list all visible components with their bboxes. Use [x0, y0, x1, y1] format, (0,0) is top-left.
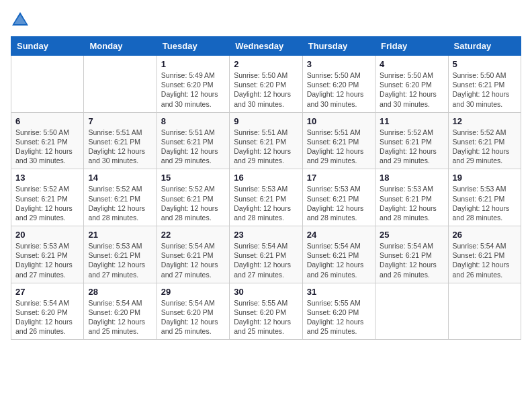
day-number: 6 — [15, 116, 79, 126]
calendar-cell — [375, 283, 448, 340]
calendar-cell — [448, 283, 521, 340]
calendar-cell: 3Sunrise: 5:50 AM Sunset: 6:20 PM Daylig… — [302, 56, 375, 113]
day-info: Sunrise: 5:53 AM Sunset: 6:21 PM Dayligh… — [88, 241, 152, 279]
calendar-cell: 17Sunrise: 5:53 AM Sunset: 6:21 PM Dayli… — [302, 169, 375, 226]
calendar-cell: 7Sunrise: 5:51 AM Sunset: 6:21 PM Daylig… — [84, 112, 157, 169]
day-number: 30 — [234, 287, 298, 297]
calendar-cell: 8Sunrise: 5:51 AM Sunset: 6:21 PM Daylig… — [157, 112, 229, 169]
day-info: Sunrise: 5:52 AM Sunset: 6:21 PM Dayligh… — [453, 128, 517, 166]
day-number: 22 — [161, 230, 225, 240]
day-info: Sunrise: 5:54 AM Sunset: 6:20 PM Dayligh… — [161, 298, 225, 336]
calendar-cell: 21Sunrise: 5:53 AM Sunset: 6:21 PM Dayli… — [84, 226, 157, 283]
day-info: Sunrise: 5:53 AM Sunset: 6:21 PM Dayligh… — [307, 184, 371, 222]
day-info: Sunrise: 5:53 AM Sunset: 6:21 PM Dayligh… — [380, 184, 443, 222]
day-number: 17 — [307, 173, 371, 183]
column-header-monday: Monday — [84, 37, 157, 56]
day-info: Sunrise: 5:52 AM Sunset: 6:21 PM Dayligh… — [15, 184, 79, 222]
day-info: Sunrise: 5:54 AM Sunset: 6:21 PM Dayligh… — [380, 241, 443, 279]
week-row-3: 13Sunrise: 5:52 AM Sunset: 6:21 PM Dayli… — [11, 169, 521, 226]
day-number: 1 — [161, 59, 225, 69]
column-header-sunday: Sunday — [11, 37, 84, 56]
calendar-cell — [84, 56, 157, 113]
column-header-tuesday: Tuesday — [157, 37, 229, 56]
week-row-2: 6Sunrise: 5:50 AM Sunset: 6:21 PM Daylig… — [11, 112, 521, 169]
day-number: 13 — [15, 173, 79, 183]
day-number: 19 — [453, 173, 517, 183]
day-info: Sunrise: 5:50 AM Sunset: 6:20 PM Dayligh… — [307, 71, 371, 109]
day-info: Sunrise: 5:54 AM Sunset: 6:21 PM Dayligh… — [234, 241, 298, 279]
day-info: Sunrise: 5:54 AM Sunset: 6:21 PM Dayligh… — [307, 241, 371, 279]
day-number: 28 — [88, 287, 152, 297]
day-number: 11 — [380, 116, 443, 126]
calendar-cell: 24Sunrise: 5:54 AM Sunset: 6:21 PM Dayli… — [302, 226, 375, 283]
day-number: 5 — [453, 59, 517, 69]
calendar-cell: 15Sunrise: 5:52 AM Sunset: 6:21 PM Dayli… — [157, 169, 229, 226]
column-header-wednesday: Wednesday — [230, 37, 302, 56]
day-info: Sunrise: 5:49 AM Sunset: 6:20 PM Dayligh… — [161, 71, 225, 109]
calendar-cell: 13Sunrise: 5:52 AM Sunset: 6:21 PM Dayli… — [11, 169, 84, 226]
calendar-cell: 6Sunrise: 5:50 AM Sunset: 6:21 PM Daylig… — [11, 112, 84, 169]
calendar-cell: 16Sunrise: 5:53 AM Sunset: 6:21 PM Dayli… — [230, 169, 302, 226]
week-row-4: 20Sunrise: 5:53 AM Sunset: 6:21 PM Dayli… — [11, 226, 521, 283]
calendar-cell: 26Sunrise: 5:54 AM Sunset: 6:21 PM Dayli… — [448, 226, 521, 283]
day-info: Sunrise: 5:52 AM Sunset: 6:21 PM Dayligh… — [88, 184, 152, 222]
calendar-cell: 14Sunrise: 5:52 AM Sunset: 6:21 PM Dayli… — [84, 169, 157, 226]
column-header-thursday: Thursday — [302, 37, 375, 56]
day-info: Sunrise: 5:54 AM Sunset: 6:21 PM Dayligh… — [453, 241, 517, 279]
day-info: Sunrise: 5:51 AM Sunset: 6:21 PM Dayligh… — [161, 128, 225, 166]
day-info: Sunrise: 5:50 AM Sunset: 6:20 PM Dayligh… — [380, 71, 443, 109]
logo — [11, 11, 32, 30]
day-number: 23 — [234, 230, 298, 240]
calendar-cell: 2Sunrise: 5:50 AM Sunset: 6:20 PM Daylig… — [230, 56, 302, 113]
day-info: Sunrise: 5:53 AM Sunset: 6:21 PM Dayligh… — [453, 184, 517, 222]
calendar-cell: 11Sunrise: 5:52 AM Sunset: 6:21 PM Dayli… — [375, 112, 448, 169]
week-row-5: 27Sunrise: 5:54 AM Sunset: 6:20 PM Dayli… — [11, 283, 521, 340]
calendar-cell: 31Sunrise: 5:55 AM Sunset: 6:20 PM Dayli… — [302, 283, 375, 340]
calendar-header-row: SundayMondayTuesdayWednesdayThursdayFrid… — [11, 37, 521, 56]
calendar-cell: 1Sunrise: 5:49 AM Sunset: 6:20 PM Daylig… — [157, 56, 229, 113]
day-number: 2 — [234, 59, 298, 69]
calendar-cell: 25Sunrise: 5:54 AM Sunset: 6:21 PM Dayli… — [375, 226, 448, 283]
calendar-cell: 28Sunrise: 5:54 AM Sunset: 6:20 PM Dayli… — [84, 283, 157, 340]
calendar-cell: 22Sunrise: 5:54 AM Sunset: 6:21 PM Dayli… — [157, 226, 229, 283]
day-number: 26 — [453, 230, 517, 240]
day-info: Sunrise: 5:51 AM Sunset: 6:21 PM Dayligh… — [88, 128, 152, 166]
calendar-cell: 19Sunrise: 5:53 AM Sunset: 6:21 PM Dayli… — [448, 169, 521, 226]
day-number: 18 — [380, 173, 443, 183]
day-number: 25 — [380, 230, 443, 240]
day-number: 20 — [15, 230, 79, 240]
day-info: Sunrise: 5:55 AM Sunset: 6:20 PM Dayligh… — [307, 298, 371, 336]
day-info: Sunrise: 5:54 AM Sunset: 6:20 PM Dayligh… — [15, 298, 79, 336]
day-number: 27 — [15, 287, 79, 297]
column-header-saturday: Saturday — [448, 37, 521, 56]
calendar-cell: 18Sunrise: 5:53 AM Sunset: 6:21 PM Dayli… — [375, 169, 448, 226]
day-number: 29 — [161, 287, 225, 297]
day-number: 10 — [307, 116, 371, 126]
day-number: 8 — [161, 116, 225, 126]
logo-icon — [11, 11, 30, 30]
day-info: Sunrise: 5:50 AM Sunset: 6:21 PM Dayligh… — [453, 71, 517, 109]
calendar-cell: 4Sunrise: 5:50 AM Sunset: 6:20 PM Daylig… — [375, 56, 448, 113]
day-number: 24 — [307, 230, 371, 240]
calendar-cell: 12Sunrise: 5:52 AM Sunset: 6:21 PM Dayli… — [448, 112, 521, 169]
day-number: 14 — [88, 173, 152, 183]
day-info: Sunrise: 5:51 AM Sunset: 6:21 PM Dayligh… — [234, 128, 298, 166]
day-number: 31 — [307, 287, 371, 297]
calendar-cell: 23Sunrise: 5:54 AM Sunset: 6:21 PM Dayli… — [230, 226, 302, 283]
calendar-cell: 5Sunrise: 5:50 AM Sunset: 6:21 PM Daylig… — [448, 56, 521, 113]
calendar-table: SundayMondayTuesdayWednesdayThursdayFrid… — [11, 36, 521, 340]
day-info: Sunrise: 5:55 AM Sunset: 6:20 PM Dayligh… — [234, 298, 298, 336]
day-number: 3 — [307, 59, 371, 69]
day-number: 7 — [88, 116, 152, 126]
day-number: 4 — [380, 59, 443, 69]
day-info: Sunrise: 5:51 AM Sunset: 6:21 PM Dayligh… — [307, 128, 371, 166]
day-number: 21 — [88, 230, 152, 240]
calendar-cell: 9Sunrise: 5:51 AM Sunset: 6:21 PM Daylig… — [230, 112, 302, 169]
day-number: 12 — [453, 116, 517, 126]
day-number: 16 — [234, 173, 298, 183]
day-info: Sunrise: 5:50 AM Sunset: 6:20 PM Dayligh… — [234, 71, 298, 109]
day-info: Sunrise: 5:53 AM Sunset: 6:21 PM Dayligh… — [234, 184, 298, 222]
calendar-cell: 30Sunrise: 5:55 AM Sunset: 6:20 PM Dayli… — [230, 283, 302, 340]
day-info: Sunrise: 5:52 AM Sunset: 6:21 PM Dayligh… — [380, 128, 443, 166]
week-row-1: 1Sunrise: 5:49 AM Sunset: 6:20 PM Daylig… — [11, 56, 521, 113]
